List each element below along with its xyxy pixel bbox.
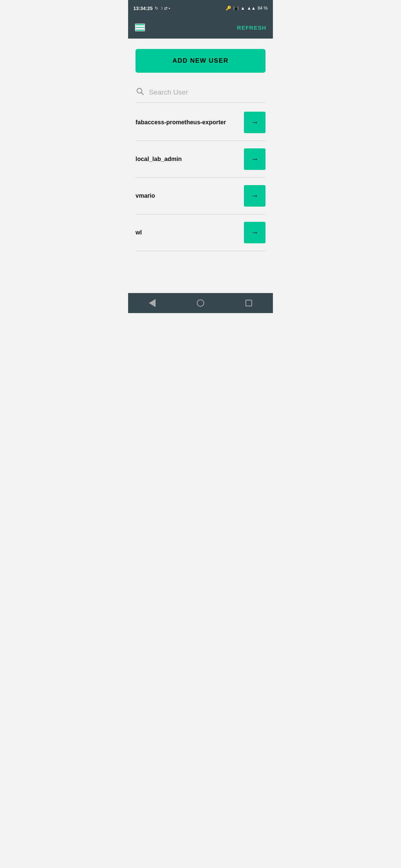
- status-left: 13:34:25 ↻ ☽ ⇄ •: [133, 6, 170, 11]
- menu-button[interactable]: [135, 23, 145, 32]
- battery-level: 84 %: [258, 6, 268, 11]
- key-icon: 🔑: [226, 6, 231, 11]
- back-icon: [149, 299, 156, 307]
- svg-line-1: [141, 93, 144, 95]
- search-input[interactable]: [149, 88, 265, 96]
- app-bar: REFRESH: [128, 16, 273, 39]
- user-navigate-button-3[interactable]: →: [244, 185, 265, 207]
- user-navigate-button-1[interactable]: →: [244, 112, 265, 133]
- menu-line-1: [136, 24, 144, 25]
- recents-button[interactable]: [245, 300, 252, 306]
- user-navigate-button-2[interactable]: →: [244, 148, 265, 170]
- refresh-button[interactable]: REFRESH: [237, 24, 266, 31]
- menu-line-3: [136, 30, 144, 31]
- add-new-user-button[interactable]: ADD NEW USER: [136, 49, 265, 73]
- signal-icon: ▲▲: [247, 6, 256, 11]
- user-row: local_lab_admin →: [136, 141, 265, 178]
- user-name: fabaccess-prometheus-exporter: [136, 119, 244, 126]
- bottom-nav: [128, 293, 273, 313]
- user-row: wl →: [136, 214, 265, 251]
- back-button[interactable]: [149, 299, 156, 307]
- user-name: wl: [136, 229, 244, 237]
- user-row: fabaccess-prometheus-exporter →: [136, 104, 265, 141]
- home-icon: [197, 299, 204, 307]
- main-content: ADD NEW USER fabaccess-prometheus-export…: [128, 39, 273, 293]
- user-row: vmario →: [136, 178, 265, 214]
- wifi-icon: ▲: [241, 6, 245, 11]
- status-icons: ↻ ☽ ⇄ •: [155, 6, 170, 11]
- status-time: 13:34:25: [133, 6, 153, 11]
- user-list: fabaccess-prometheus-exporter → local_la…: [136, 104, 265, 251]
- status-right: 🔑 📳 ▲ ▲▲ 84 %: [226, 6, 268, 11]
- search-bar: [136, 83, 265, 103]
- vibrate-icon: 📳: [233, 6, 239, 11]
- recents-icon: [245, 300, 252, 306]
- user-name: local_lab_admin: [136, 155, 244, 163]
- status-bar: 13:34:25 ↻ ☽ ⇄ • 🔑 📳 ▲ ▲▲ 84 %: [128, 0, 273, 16]
- home-button[interactable]: [197, 299, 204, 307]
- user-navigate-button-4[interactable]: →: [244, 222, 265, 243]
- search-icon: [136, 87, 144, 98]
- menu-line-2: [136, 27, 144, 28]
- user-name: vmario: [136, 192, 244, 200]
